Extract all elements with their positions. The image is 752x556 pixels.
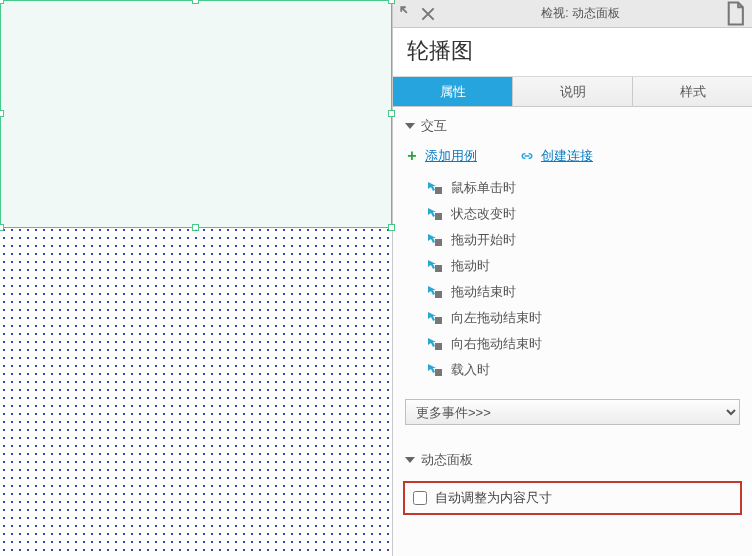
resize-handle-e[interactable] [388, 110, 395, 117]
svg-rect-6 [435, 343, 442, 350]
more-events-dropdown[interactable]: 更多事件>>> [405, 399, 740, 425]
resize-handle-w[interactable] [0, 110, 4, 117]
tab-notes[interactable]: 说明 [513, 77, 633, 106]
inspector-body[interactable]: 交互 + 添加用例 创建连接 鼠标单击时 [393, 107, 752, 556]
inspector-header: 检视: 动态面板 [393, 0, 752, 28]
more-events-select[interactable]: 更多事件>>> [405, 399, 740, 425]
event-cursor-icon [427, 285, 443, 299]
event-label: 拖动开始时 [451, 231, 516, 249]
section-interactions-label: 交互 [421, 117, 447, 135]
event-list: 鼠标单击时 状态改变时 拖动开始时 拖动时 拖动结束时 [393, 175, 752, 391]
event-item[interactable]: 鼠标单击时 [427, 175, 740, 201]
tab-properties[interactable]: 属性 [393, 77, 513, 106]
event-cursor-icon [427, 311, 443, 325]
event-item[interactable]: 载入时 [427, 357, 740, 383]
resize-handle-s[interactable] [192, 224, 199, 231]
svg-rect-5 [435, 317, 442, 324]
widget-name-bar [393, 28, 752, 77]
svg-rect-1 [435, 213, 442, 220]
event-cursor-icon [427, 207, 443, 221]
canvas[interactable] [0, 0, 392, 556]
inspector-title-prefix: 检视: [541, 6, 568, 20]
fit-to-content-checkbox[interactable] [413, 491, 427, 505]
link-icon [519, 150, 535, 162]
inspector-panel: 检视: 动态面板 属性 说明 样式 交互 + [392, 0, 752, 556]
inspector-title: 检视: 动态面板 [437, 5, 724, 22]
plus-icon: + [405, 149, 419, 163]
svg-rect-2 [435, 239, 442, 246]
svg-rect-3 [435, 265, 442, 272]
resize-handle-n[interactable] [192, 0, 199, 4]
section-dynamic-panel-header[interactable]: 动态面板 [393, 441, 752, 475]
event-label: 拖动结束时 [451, 283, 516, 301]
event-cursor-icon [427, 233, 443, 247]
page-icon[interactable] [724, 5, 746, 23]
canvas-dot-grid [0, 226, 390, 556]
event-label: 状态改变时 [451, 205, 516, 223]
event-item[interactable]: 拖动结束时 [427, 279, 740, 305]
widget-name-input[interactable] [407, 38, 738, 64]
event-label: 载入时 [451, 361, 490, 379]
section-interactions-header[interactable]: 交互 [393, 107, 752, 141]
event-item[interactable]: 拖动时 [427, 253, 740, 279]
chevron-down-icon [405, 457, 415, 463]
event-label: 向左拖动结束时 [451, 309, 542, 327]
event-item[interactable]: 向左拖动结束时 [427, 305, 740, 331]
svg-rect-0 [435, 187, 442, 194]
expand-icon[interactable] [399, 5, 417, 23]
event-item[interactable]: 拖动开始时 [427, 227, 740, 253]
resize-handle-sw[interactable] [0, 224, 4, 231]
selected-widget[interactable] [0, 0, 392, 228]
section-dynamic-panel-label: 动态面板 [421, 451, 473, 469]
svg-rect-7 [435, 369, 442, 376]
event-label: 鼠标单击时 [451, 179, 516, 197]
inspector-tabs: 属性 说明 样式 [393, 77, 752, 107]
resize-handle-se[interactable] [388, 224, 395, 231]
event-item[interactable]: 向右拖动结束时 [427, 331, 740, 357]
event-cursor-icon [427, 181, 443, 195]
event-label: 拖动时 [451, 257, 490, 275]
chevron-down-icon [405, 123, 415, 129]
fit-to-content-row[interactable]: 自动调整为内容尺寸 [403, 481, 742, 515]
event-cursor-icon [427, 363, 443, 377]
event-cursor-icon [427, 337, 443, 351]
event-cursor-icon [427, 259, 443, 273]
resize-handle-ne[interactable] [388, 0, 395, 4]
add-case-link[interactable]: 添加用例 [425, 147, 477, 165]
create-link-link[interactable]: 创建连接 [541, 147, 593, 165]
event-label: 向右拖动结束时 [451, 335, 542, 353]
fit-to-content-label: 自动调整为内容尺寸 [435, 489, 552, 507]
inspector-title-object: 动态面板 [572, 6, 620, 20]
resize-handle-nw[interactable] [0, 0, 4, 4]
tab-style[interactable]: 样式 [633, 77, 752, 106]
event-item[interactable]: 状态改变时 [427, 201, 740, 227]
close-icon[interactable] [419, 5, 437, 23]
svg-rect-4 [435, 291, 442, 298]
